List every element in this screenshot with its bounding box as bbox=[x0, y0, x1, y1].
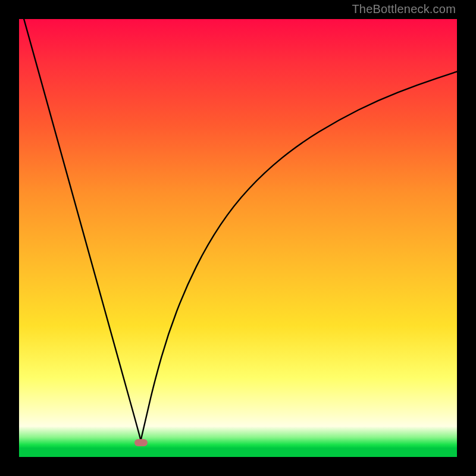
chart-frame: TheBottleneck.com bbox=[0, 0, 476, 476]
curve-right-branch bbox=[141, 71, 457, 440]
curve-svg bbox=[19, 19, 457, 457]
curve-left-branch bbox=[19, 2, 141, 440]
plot-area bbox=[19, 19, 457, 457]
watermark-text: TheBottleneck.com bbox=[352, 2, 456, 16]
minimum-marker bbox=[134, 439, 148, 446]
